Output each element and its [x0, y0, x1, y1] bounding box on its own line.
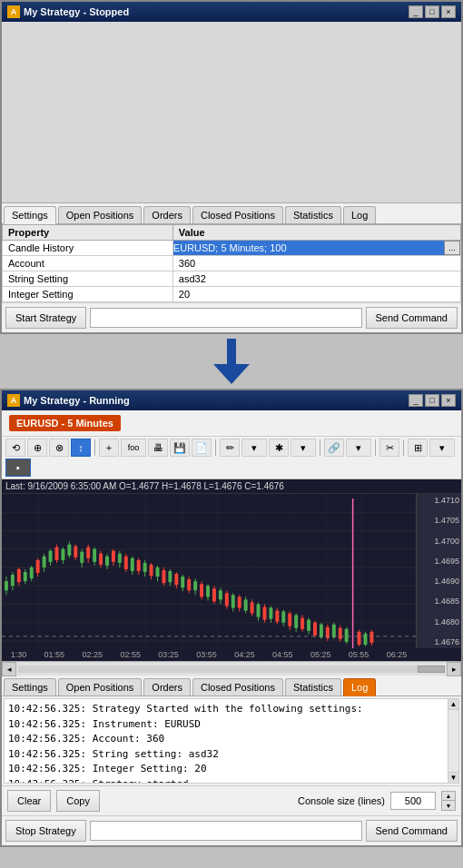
maximize-button[interactable]: □ — [425, 5, 439, 18]
toolbar-btn-4[interactable]: ↕ — [71, 439, 91, 457]
price-4: 1.4695 — [419, 557, 459, 566]
svg-rect-123 — [320, 625, 323, 637]
log-scroll-down[interactable]: ▼ — [448, 772, 458, 783]
toolbar-btn-scissors[interactable]: ✂ — [379, 439, 399, 457]
spinner-down[interactable]: ▼ — [442, 801, 455, 810]
log-line-1: 10:42:56.325: Strategy Started with the … — [8, 702, 444, 717]
tab-statistics-bottom[interactable]: Statistics — [285, 678, 341, 695]
svg-rect-55 — [105, 557, 109, 566]
tab-open-positions-top[interactable]: Open Positions — [58, 206, 143, 223]
scroll-thumb[interactable] — [418, 666, 445, 673]
toolbar-btn-doc[interactable]: 📄 — [192, 439, 212, 457]
bottom-window: A My Strategy - Running _ □ × EURUSD - 5… — [0, 389, 463, 847]
toolbar-btn-dropdown4[interactable]: ▾ — [429, 439, 455, 457]
scroll-left-arrow[interactable]: ◂ — [2, 662, 16, 676]
horizontal-scrollbar[interactable]: ◂ ▸ — [2, 661, 461, 676]
tab-settings-bottom[interactable]: Settings — [4, 678, 56, 695]
svg-rect-3 — [2, 494, 416, 648]
svg-rect-49 — [86, 547, 90, 558]
tab-log-bottom[interactable]: Log — [343, 678, 376, 696]
table-row: Integer Setting 20 — [3, 287, 461, 302]
svg-rect-31 — [30, 567, 34, 578]
minimize-button[interactable]: _ — [409, 5, 423, 18]
top-send-command-button[interactable]: Send Command — [366, 307, 458, 329]
toolbar-btn-abc[interactable]: foo — [121, 439, 146, 457]
tab-orders-bottom[interactable]: Orders — [143, 678, 191, 695]
toolbar-btn-dropdown3[interactable]: ▾ — [346, 439, 371, 457]
table-row: Account 360 — [3, 256, 461, 271]
svg-rect-79 — [181, 577, 184, 587]
top-bottom-bar: Start Strategy Send Command — [2, 302, 461, 332]
toolbar-btn-dropdown2[interactable]: ▾ — [291, 439, 316, 457]
scroll-right-arrow[interactable]: ▸ — [447, 662, 461, 676]
toolbar-btn-grid[interactable]: ⊞ — [408, 439, 428, 457]
bottom-maximize-button[interactable]: □ — [425, 394, 439, 407]
toolbar-btn-dropdown1[interactable]: ▾ — [241, 439, 267, 457]
price-1: 1.4710 — [419, 496, 459, 505]
chart-toolbar: ⟲ ⊕ ⊗ ↕ + foo 🖶 💾 📄 ✏ ▾ ✱ ▾ 🔗 ▾ ✂ ⊞ ▾ ▪ — [2, 437, 461, 479]
svg-rect-73 — [162, 570, 165, 583]
top-title-text: My Strategy - Stopped — [24, 6, 129, 17]
tab-orders-top[interactable]: Orders — [143, 206, 191, 223]
value-candle-history[interactable]: EURUSD; 5 Minutes; 100 ... — [172, 241, 460, 256]
property-string-setting: String Setting — [3, 271, 173, 287]
col-value: Value — [172, 225, 460, 241]
value-account: 360 — [172, 256, 460, 271]
close-button[interactable]: × — [441, 5, 456, 18]
log-scroll-track[interactable] — [448, 710, 458, 772]
toolbar-btn-2[interactable]: ⊕ — [27, 439, 47, 457]
svg-rect-132 — [345, 629, 349, 642]
bottom-minimize-button[interactable]: _ — [409, 394, 423, 407]
console-size-spinner[interactable]: ▲ ▼ — [441, 791, 456, 811]
toolbar-btn-3[interactable]: ⊗ — [49, 439, 69, 457]
tab-statistics-top[interactable]: Statistics — [285, 206, 341, 223]
svg-rect-45 — [74, 547, 77, 557]
clear-button[interactable]: Clear — [7, 790, 51, 812]
settings-table: Property Value Candle History EURUSD; 5 … — [2, 224, 461, 302]
svg-rect-113 — [288, 614, 291, 626]
toolbar-btn-1[interactable]: ⟲ — [5, 439, 25, 457]
spinner-up[interactable]: ▲ — [442, 792, 455, 801]
svg-rect-117 — [300, 618, 304, 629]
svg-rect-138 — [369, 632, 373, 643]
tab-log-top[interactable]: Log — [343, 206, 376, 223]
start-strategy-button[interactable]: Start Strategy — [5, 307, 86, 329]
chart-info-text: Last: 9/16/2009 6:35:00 AM O=1.4677 H=1.… — [5, 481, 284, 491]
log-scrollbar[interactable]: ▲ ▼ — [448, 699, 458, 783]
scroll-track[interactable] — [18, 666, 445, 673]
stop-strategy-button[interactable]: Stop Strategy — [5, 820, 86, 842]
toolbar-btn-save[interactable]: 💾 — [170, 439, 190, 457]
price-scale: 1.4710 1.4705 1.4700 1.4695 1.4690 1.468… — [416, 494, 461, 648]
log-scroll-up[interactable]: ▲ — [448, 699, 458, 710]
chart-canvas — [2, 494, 416, 648]
console-size-input[interactable] — [390, 792, 436, 810]
toolbar-btn-print[interactable]: 🖶 — [148, 439, 168, 457]
tab-settings-top[interactable]: Settings — [4, 206, 56, 224]
log-line-3: 10:42:56.325: Account: 360 — [8, 732, 444, 747]
top-title-bar: A My Strategy - Stopped _ □ × — [2, 2, 461, 22]
toolbar-btn-star[interactable]: ✱ — [269, 439, 289, 457]
toolbar-btn-pencil[interactable]: ✏ — [220, 439, 240, 457]
svg-rect-69 — [150, 565, 153, 576]
log-line-6: 10:42:56.325: Strategy started — [8, 777, 444, 784]
top-cmd-input[interactable] — [90, 308, 361, 328]
toolbar-btn-active-right[interactable]: ▪ — [5, 459, 31, 477]
time-7: 04:25 — [234, 650, 255, 659]
tab-open-positions-bottom[interactable]: Open Positions — [58, 678, 143, 695]
bottom-cmd-input[interactable] — [90, 821, 362, 841]
bottom-close-button[interactable]: × — [441, 394, 456, 407]
tab-closed-positions-top[interactable]: Closed Positions — [192, 206, 283, 223]
svg-marker-2 — [213, 364, 250, 384]
svg-rect-121 — [313, 623, 317, 636]
top-chart-placeholder — [2, 22, 461, 203]
svg-rect-29 — [24, 572, 27, 581]
candle-history-picker-btn[interactable]: ... — [444, 241, 460, 255]
svg-rect-111 — [281, 612, 285, 623]
table-row: String Setting asd32 — [3, 271, 461, 287]
bottom-send-command-button[interactable]: Send Command — [366, 820, 458, 842]
bottom-title-bar: A My Strategy - Running _ □ × — [2, 390, 461, 410]
toolbar-btn-5[interactable]: + — [99, 439, 119, 457]
copy-button[interactable]: Copy — [56, 790, 100, 812]
tab-closed-positions-bottom[interactable]: Closed Positions — [192, 678, 283, 695]
toolbar-btn-link[interactable]: 🔗 — [324, 439, 344, 457]
